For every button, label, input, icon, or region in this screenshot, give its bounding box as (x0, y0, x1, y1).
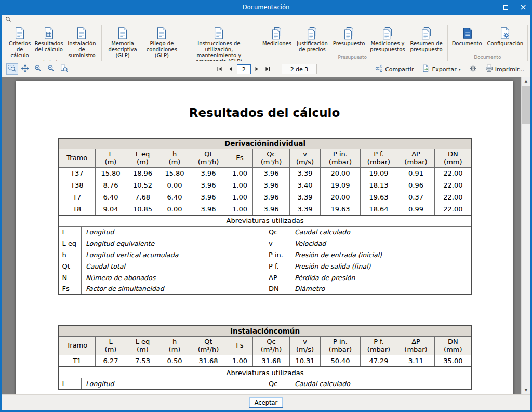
results-table: InstalacióncomúnTramoL (m)L eq (m)h (m)Q… (58, 325, 472, 367)
ribbon-item-resultados-del-calculo[interactable]: Resultados del cálculo (34, 25, 64, 52)
table-cell: 0.37 (397, 191, 435, 203)
window-title: Documentación (243, 4, 289, 11)
column-header: P in. (mbar) (321, 336, 361, 355)
ribbon-item-resumen-de-presupuesto[interactable]: Resumen de presupuesto (408, 25, 445, 52)
table-cell: 6.40 (96, 191, 126, 203)
table-cell: 3.96 (253, 167, 290, 179)
abbreviation-key: h (59, 249, 82, 260)
column-header: L eq (m) (126, 149, 159, 167)
printer-icon (485, 64, 493, 74)
table-cell: 18.96 (126, 167, 159, 179)
table-title: Instalacióncomún (59, 326, 472, 336)
abbreviation-key: P in. (265, 249, 290, 260)
zoom-out-button[interactable] (45, 63, 57, 75)
share-icon (375, 64, 383, 74)
document-title: Resultados del cálculo (16, 106, 513, 119)
column-header: v (m/s) (290, 336, 321, 355)
search-icon[interactable] (5, 16, 11, 22)
table-cell: 31.68 (253, 355, 290, 367)
ribbon-item-mediciones-y-presupuestos[interactable]: Mediciones y presupuestos (367, 25, 407, 52)
scrollbar-down-icon[interactable]: ▼ (522, 386, 530, 394)
abbreviation-key: P f. (265, 260, 290, 272)
column-header: Qt (m³/h) (190, 149, 227, 167)
table-cell: 7.53 (126, 355, 159, 367)
abbreviation-key: v (265, 237, 290, 249)
ribbon-item-presupuesto[interactable]: Presupuesto (330, 25, 368, 47)
table-cell: 20.00 (321, 191, 361, 203)
scrollbar-up-icon[interactable]: ▲ (522, 77, 530, 85)
abbreviation-description: Factor de simultaneidad (82, 283, 265, 295)
column-header: L eq (m) (126, 336, 159, 355)
table-cell: 31.68 (190, 355, 227, 367)
settings-gear-icon (469, 64, 477, 74)
last-page-button[interactable] (263, 64, 273, 74)
table-cell: 1.00 (227, 167, 253, 179)
maximize-button[interactable] (497, 0, 514, 15)
supply-doc-icon (75, 26, 88, 41)
share-button[interactable]: Compartir (374, 63, 415, 75)
ribbon-item-justificacion-de-precios[interactable]: Justificación de precios (294, 25, 330, 52)
print-button[interactable]: Imprimir... (484, 63, 526, 75)
action-label: Compartir (385, 66, 414, 73)
next-page-button[interactable] (252, 64, 262, 74)
action-label: Imprimir... (495, 66, 524, 73)
ribbon-item-instrucciones-de-utilizacion[interactable]: Instrucciones de utilización, mantenimie… (182, 25, 256, 64)
ribbon-item-mediciones[interactable]: Mediciones (260, 25, 294, 47)
accept-button[interactable]: Aceptar (249, 397, 283, 408)
export-button[interactable]: Exportar▾ (420, 63, 462, 75)
column-header: Qc (m³/h) (253, 149, 290, 167)
zoom-in-icon (34, 64, 42, 74)
view-tools (6, 63, 215, 75)
report-section: InstalacióncomúnTramoL (m)L eq (m)h (m)Q… (58, 325, 471, 390)
results-table-icon (42, 26, 56, 41)
vertical-scrollbar[interactable]: ▲ ▼ (521, 77, 530, 394)
column-header: P f. (mbar) (361, 336, 397, 355)
page-indicator-button[interactable]: 2 de 3 (282, 64, 317, 74)
column-header: Qc (m³/h) (253, 336, 290, 355)
ribbon-item-documento[interactable]: Documento (449, 25, 485, 47)
table-cell: 22.00 (435, 179, 472, 191)
table-cell: 18.13 (361, 179, 397, 191)
scrollbar-thumb[interactable] (522, 86, 530, 124)
table-cell: 8.76 (96, 179, 126, 191)
ribbon-item-instalacion-de-suministro[interactable]: Instalación de suministro (64, 25, 100, 59)
table-cell: 10.52 (126, 179, 159, 191)
document-page: Resultados del cálculo Derivaciónindivid… (16, 81, 513, 394)
table-row: T76.407.686.403.961.003.963.3920.0019.63… (59, 191, 472, 203)
abbreviation-row: LLongitudQcCaudal calculado (59, 226, 472, 237)
ribbon-item-criterios-de-calculo[interactable]: Criterios de cálculo (6, 25, 34, 59)
zoom-in-button[interactable] (32, 63, 44, 75)
column-header: ΔP (mbar) (397, 149, 435, 167)
zoom-region-button[interactable] (6, 63, 18, 75)
close-button[interactable]: × (514, 0, 532, 15)
ribbon-item-memoria-descriptiva[interactable]: Memoria descriptiva (GLP) (103, 25, 142, 59)
abbreviation-row: NNúmero de abonadosΔPPérdida de presión (59, 272, 472, 283)
table-cell: 7.68 (126, 191, 159, 203)
abbreviation-key: ΔP (265, 272, 290, 283)
zoom-page-button[interactable] (58, 63, 70, 75)
abbreviations-table: Abreviaturas utilizadasLLongitudQcCaudal… (58, 215, 472, 295)
titlebar: Documentación × (0, 0, 532, 15)
ribbon-item-label: Instalación de suministro (66, 41, 97, 59)
preview-toolbar: 2 de 3 CompartirExportar▾Imprimir... (2, 61, 530, 77)
table-cell: 35.00 (435, 355, 472, 367)
table-cell: 10.85 (126, 203, 159, 215)
table-cell: 22.00 (435, 203, 472, 215)
first-page-button[interactable] (215, 64, 224, 74)
abbreviations-title: Abreviaturas utilizadas (59, 367, 472, 378)
column-header: Qt (m³/h) (190, 336, 227, 355)
table-cell: 19.09 (361, 167, 397, 179)
column-header: v (m/s) (290, 149, 321, 167)
pan-button[interactable] (19, 63, 31, 75)
abbreviation-description: Caudal total (82, 260, 265, 272)
table-cell: 0.50 (159, 355, 190, 367)
ribbon-item-configuracion[interactable]: Configuración (485, 25, 526, 47)
page-number-input[interactable] (237, 64, 251, 74)
abbreviation-key: L (59, 226, 82, 237)
previous-page-button[interactable] (226, 64, 235, 74)
settings-button[interactable] (468, 63, 478, 75)
ribbon-item-pliego-de-condiciones[interactable]: Pliego de condiciones (GLP) (142, 25, 182, 59)
table-cell: 0.00 (159, 203, 190, 215)
table-cell: 19.63 (361, 191, 397, 203)
table-cell: 0.91 (397, 167, 435, 179)
